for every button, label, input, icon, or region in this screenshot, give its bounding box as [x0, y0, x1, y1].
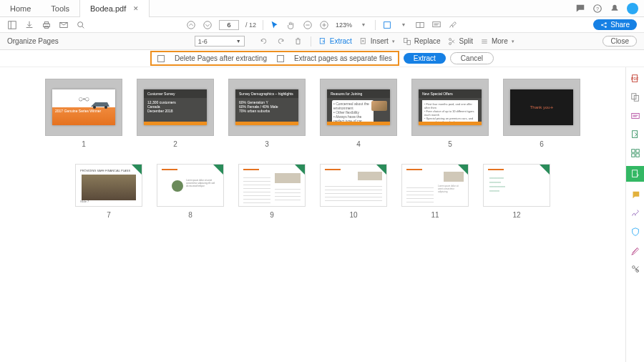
page-number: 9 [270, 211, 274, 219]
page-thumb-8[interactable]: Lorem ipsum dolor sit amet consectetur a… [157, 164, 224, 207]
page-thumb-6[interactable]: Thank you+ [503, 79, 580, 136]
page-thumb-5[interactable]: New Special Offers• First four months pa… [411, 79, 489, 136]
page-number: 4 [356, 140, 361, 148]
svg-point-30 [449, 42, 451, 44]
tab-file-label: Bodea.pdf [90, 0, 126, 17]
svg-rect-28 [407, 40, 411, 44]
fit-icon[interactable] [382, 20, 392, 30]
close-tab-icon[interactable]: ✕ [133, 0, 139, 17]
rail-export-icon[interactable] [630, 129, 641, 140]
extract-options-highlight: Delete Pages after extracting Extract pa… [150, 51, 399, 66]
tab-home[interactable]: Home [0, 0, 41, 17]
comment-icon[interactable] [431, 20, 441, 30]
cancel-button[interactable]: Cancel [450, 52, 494, 64]
page-total: / 12 [245, 21, 256, 29]
pointer-icon[interactable] [270, 20, 280, 30]
help-icon[interactable]: ? [592, 4, 602, 14]
chevron-down-icon[interactable]: ▼ [358, 20, 369, 30]
save-icon[interactable] [24, 20, 34, 30]
page-number: 3 [265, 140, 269, 148]
zoom-in-icon[interactable] [319, 20, 329, 30]
page-thumb-2[interactable]: Customer Survey12,300 customersCanadaDec… [137, 79, 214, 136]
more-action[interactable]: More▼ [480, 37, 515, 46]
share-button[interactable]: Share [593, 19, 637, 30]
rotate-left-icon[interactable] [259, 36, 269, 47]
page-thumb-10[interactable] [320, 164, 387, 207]
sidebar-toggle-icon[interactable] [7, 20, 17, 30]
page-number: 10 [349, 211, 357, 219]
page-number: 7 [107, 211, 111, 219]
rail-more-icon[interactable] [630, 263, 641, 275]
replace-action[interactable]: Replace [403, 37, 441, 46]
bell-icon[interactable] [610, 4, 620, 14]
rail-protect-icon[interactable] [630, 226, 641, 238]
page-up-icon[interactable] [186, 20, 196, 30]
page-thumb-12[interactable]: ━━━━━━━━━━━━━━━━━━━━━━━━━━━━━━━━━━━━ [483, 164, 550, 207]
extract-action[interactable]: Extract [318, 37, 352, 46]
rotate-right-icon[interactable] [276, 36, 286, 47]
extract-button[interactable]: Extract [404, 53, 446, 64]
svg-rect-46 [631, 154, 634, 157]
search-icon[interactable] [76, 20, 86, 30]
sign-icon[interactable] [448, 20, 458, 30]
svg-point-35 [104, 106, 107, 109]
pages-grid: ◯━◯2017 Genuine Series Winner1 Customer … [0, 67, 625, 362]
separate-files-checkbox[interactable] [277, 55, 284, 62]
separate-files-label: Extract pages as separate files [294, 54, 392, 62]
close-button[interactable]: Close [602, 36, 637, 47]
rail-comment-icon[interactable] [630, 189, 641, 200]
right-tools-rail: PDF [625, 67, 644, 362]
page-number: 1 [82, 140, 86, 148]
page-thumb-7[interactable]: PROVIDING SAFE FINANCIAL PLANSSlide 7 [75, 164, 142, 207]
page-number: 6 [540, 140, 544, 148]
svg-rect-17 [384, 21, 391, 28]
tab-tools[interactable]: Tools [41, 0, 79, 17]
page-thumb-1[interactable]: ◯━◯2017 Genuine Series Winner [45, 79, 122, 136]
tab-file[interactable]: Bodea.pdf ✕ [79, 0, 150, 17]
page-range-select[interactable]: 1-6▼ [195, 36, 245, 47]
delete-after-label: Delete Pages after extracting [175, 54, 267, 62]
rail-edit-icon[interactable] [630, 110, 641, 122]
rail-organize-icon[interactable] [630, 147, 641, 159]
insert-action[interactable]: Insert▼ [359, 37, 396, 46]
svg-point-11 [204, 21, 212, 29]
page-down-icon[interactable] [203, 20, 213, 30]
chevron-down-icon[interactable]: ▼ [399, 20, 409, 30]
rail-fill-sign-icon[interactable] [630, 207, 641, 219]
organize-title: Organize Pages [7, 37, 59, 45]
page-thumb-4[interactable]: Reasons for Joining• Concerned about the… [320, 79, 397, 136]
hand-icon[interactable] [286, 20, 296, 30]
svg-rect-40 [631, 114, 639, 119]
delete-icon[interactable] [293, 36, 303, 47]
page-number: 2 [173, 140, 177, 148]
rail-send-icon[interactable] [626, 166, 645, 182]
avatar[interactable] [627, 3, 638, 14]
svg-line-9 [82, 26, 84, 28]
page-thumb-9[interactable] [238, 164, 306, 207]
split-action[interactable]: Split [448, 37, 473, 46]
page-number: 12 [512, 211, 520, 219]
svg-point-49 [632, 266, 635, 269]
rail-create-icon[interactable]: PDF [630, 73, 641, 84]
page-number-input[interactable]: 6 [219, 20, 239, 30]
zoom-out-icon[interactable] [303, 20, 313, 30]
svg-text:?: ? [596, 6, 599, 11]
page-thumb-11[interactable]: Lorem ipsum dolor sit amet consectetur a… [401, 164, 469, 207]
svg-point-29 [449, 38, 451, 40]
svg-text:PDF: PDF [630, 77, 638, 81]
print-icon[interactable] [42, 20, 52, 30]
svg-rect-47 [635, 154, 638, 157]
svg-rect-20 [433, 21, 441, 26]
zoom-value[interactable]: 123% [336, 21, 352, 29]
delete-after-checkbox[interactable] [157, 55, 165, 62]
svg-point-8 [78, 21, 83, 26]
svg-point-34 [93, 106, 96, 109]
rail-combine-icon[interactable] [630, 92, 641, 103]
rail-optimize-icon[interactable] [630, 245, 641, 256]
page-thumb-3[interactable]: Survey Demographics – highlights60% Gene… [228, 79, 306, 136]
svg-rect-44 [631, 150, 634, 152]
svg-rect-2 [9, 21, 16, 29]
chat-icon[interactable] [575, 4, 585, 14]
mail-icon[interactable] [59, 20, 69, 30]
read-icon[interactable] [415, 20, 425, 30]
